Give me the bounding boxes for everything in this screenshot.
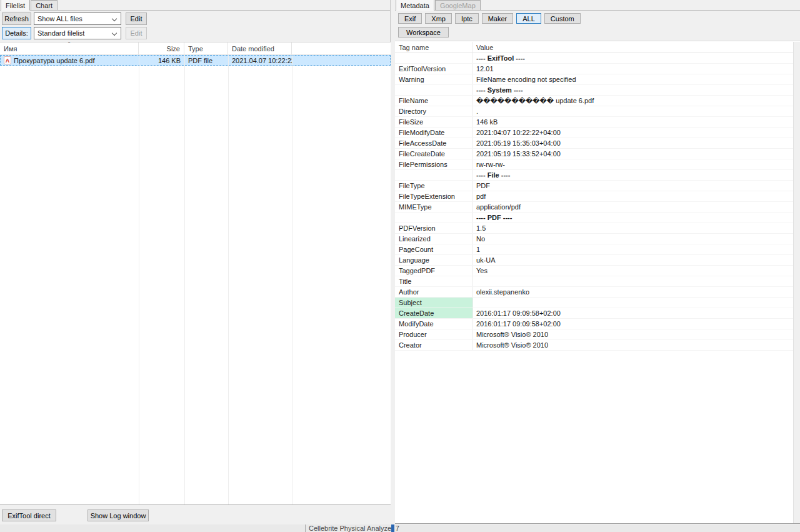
filelist-column-header[interactable]: Type xyxy=(184,43,228,54)
metadata-tag-cell: Directory xyxy=(395,106,473,116)
metadata-row[interactable]: WarningFileName encoding not specified xyxy=(395,74,793,85)
workspace-button[interactable]: Workspace xyxy=(398,27,449,38)
metadata-row[interactable]: FileModifyDate2021:04:07 10:22:22+04:00 xyxy=(395,128,793,138)
category-button-exif[interactable]: Exif xyxy=(398,13,422,24)
file-filter-dropdown-value: Show ALL files xyxy=(38,15,82,23)
metadata-table: Tag name Value ---- ExifTool ----ExifToo… xyxy=(395,42,793,523)
details-edit-button: Edit xyxy=(126,27,147,39)
metadata-row[interactable]: PDFVersion1.5 xyxy=(395,223,793,234)
tab-chart[interactable]: Chart xyxy=(31,0,58,10)
metadata-tag-cell: Creator xyxy=(395,340,473,350)
metadata-value-cell: uk-UA xyxy=(473,256,793,264)
metadata-row[interactable]: FilePermissionsrw-rw-rw- xyxy=(395,159,793,170)
metadata-tag-cell: MIMEType xyxy=(395,202,473,212)
metadata-tag-cell: Title xyxy=(395,276,473,286)
details-button[interactable]: Details: xyxy=(2,27,31,39)
metadata-row[interactable]: ---- File ---- xyxy=(395,170,793,181)
show-log-window-button[interactable]: Show Log window xyxy=(88,509,149,521)
metadata-row[interactable]: Authorolexii.stepanenko xyxy=(395,287,793,298)
filelist-column-header[interactable]: Имя⌃ xyxy=(0,43,139,54)
metadata-row[interactable]: ---- PDF ---- xyxy=(395,213,793,223)
pdf-file-icon: A xyxy=(4,56,11,64)
details-dropdown[interactable]: Standard filelist xyxy=(34,27,121,39)
tab-filelist[interactable]: Filelist xyxy=(1,0,30,11)
metadata-row[interactable]: FileAccessDate2021:05:19 15:35:03+04:00 xyxy=(395,138,793,149)
metadata-tag-cell: Linearized xyxy=(395,234,473,244)
metadata-tag-cell xyxy=(395,213,473,223)
chevron-down-icon xyxy=(112,31,117,36)
metadata-tag-cell xyxy=(395,85,473,95)
sort-ascending-icon: ⌃ xyxy=(67,41,71,47)
file-type-cell: PDF file xyxy=(184,55,228,66)
metadata-tag-cell: FileModifyDate xyxy=(395,128,473,138)
metadata-row[interactable]: Title xyxy=(395,276,793,287)
refresh-button[interactable]: Refresh xyxy=(2,13,31,25)
metadata-value-cell: Microsoft® Visio® 2010 xyxy=(473,331,793,338)
taskbar-divider xyxy=(305,524,306,532)
filter-edit-button[interactable]: Edit xyxy=(126,13,147,25)
metadata-row[interactable]: FileName����������� update 6.pdf xyxy=(395,96,793,106)
metadata-value-cell: Yes xyxy=(473,267,793,274)
metadata-row[interactable]: PageCount1 xyxy=(395,244,793,255)
metadata-tag-cell: FileName xyxy=(395,96,473,106)
metadata-column-value[interactable]: Value xyxy=(473,44,793,51)
filelist-column-headers: Имя⌃SizeTypeDate modified xyxy=(0,43,391,55)
category-button-custom[interactable]: Custom xyxy=(544,13,581,24)
metadata-row[interactable]: ProducerMicrosoft® Visio® 2010 xyxy=(395,329,793,340)
metadata-row[interactable]: CreateDate2016:01:17 09:09:58+02:00 xyxy=(395,308,793,319)
metadata-value-cell: 1.5 xyxy=(473,224,793,232)
metadata-tag-cell: CreateDate xyxy=(395,308,473,318)
metadata-tag-cell: Language xyxy=(395,255,473,265)
filelist-rows: AПрокуратура update 6.pdf146 KBPDF file2… xyxy=(0,55,391,66)
metadata-row[interactable]: Directory. xyxy=(395,106,793,117)
metadata-value-cell: 12.01 xyxy=(473,65,793,73)
metadata-row[interactable]: LinearizedNo xyxy=(395,234,793,244)
metadata-row[interactable]: Languageuk-UA xyxy=(395,255,793,266)
category-button-xmp[interactable]: Xmp xyxy=(425,13,452,24)
column-divider xyxy=(228,55,229,504)
metadata-scrollbar[interactable] xyxy=(793,42,800,523)
metadata-tag-cell: PageCount xyxy=(395,244,473,254)
tab-metadata[interactable]: Metadata xyxy=(396,0,434,11)
filelist-column-header[interactable]: Size xyxy=(139,43,184,54)
metadata-row[interactable]: FileTypeExtensionpdf xyxy=(395,191,793,202)
metadata-row[interactable]: FileSize146 kB xyxy=(395,117,793,128)
metadata-panel: MetadataGoogleMap ExifXmpIptcMakerALLCus… xyxy=(395,0,800,524)
background-window-title[interactable]: Cellebrite Physical Analyzer 7 xyxy=(309,524,399,532)
table-row[interactable]: AПрокуратура update 6.pdf146 KBPDF file2… xyxy=(0,55,391,66)
metadata-value-cell: 1 xyxy=(473,246,793,253)
file-name: Прокуратура update 6.pdf xyxy=(14,57,94,64)
column-divider xyxy=(292,55,292,504)
category-button-all[interactable]: ALL xyxy=(516,13,541,24)
metadata-value-cell: 2021:04:07 10:22:22+04:00 xyxy=(473,129,793,136)
file-name-cell: AПрокуратура update 6.pdf xyxy=(0,55,139,66)
metadata-value-cell: application/pdf xyxy=(473,203,793,211)
category-button-iptc[interactable]: Iptc xyxy=(455,13,479,24)
metadata-column-tagname[interactable]: Tag name xyxy=(395,42,473,53)
metadata-value-cell: FileName encoding not specified xyxy=(473,76,793,83)
metadata-row[interactable]: ---- ExifTool ---- xyxy=(395,53,793,64)
metadata-tag-cell: Producer xyxy=(395,329,473,339)
metadata-row[interactable]: ---- System ---- xyxy=(395,85,793,96)
metadata-row[interactable]: FileCreateDate2021:05:19 15:33:52+04:00 xyxy=(395,149,793,159)
metadata-row[interactable]: CreatorMicrosoft® Visio® 2010 xyxy=(395,340,793,351)
metadata-row[interactable]: ExifToolVersion12.01 xyxy=(395,64,793,74)
metadata-value-cell: olexii.stepanenko xyxy=(473,288,793,296)
metadata-row[interactable]: ModifyDate2016:01:17 09:09:58+02:00 xyxy=(395,319,793,329)
metadata-tabbar: MetadataGoogleMap xyxy=(395,0,800,11)
metadata-row[interactable]: TaggedPDFYes xyxy=(395,266,793,276)
metadata-row[interactable]: FileTypePDF xyxy=(395,181,793,191)
filelist-column-header[interactable]: Date modified xyxy=(228,43,292,54)
metadata-tag-cell: FileCreateDate xyxy=(395,149,473,159)
category-button-maker[interactable]: Maker xyxy=(482,13,514,24)
column-divider xyxy=(139,55,139,504)
metadata-row[interactable]: Subject xyxy=(395,298,793,308)
file-filter-dropdown[interactable]: Show ALL files xyxy=(34,13,121,25)
metadata-tag-cell: Subject xyxy=(395,298,473,308)
filelist-view: Имя⌃SizeTypeDate modified AПрокуратура u… xyxy=(0,42,391,504)
exiftool-direct-button[interactable]: ExifTool direct xyxy=(2,509,56,521)
metadata-tag-cell: FileType xyxy=(395,181,473,191)
metadata-row[interactable]: MIMETypeapplication/pdf xyxy=(395,202,793,213)
metadata-value-cell: 146 kB xyxy=(473,118,793,126)
metadata-value-cell: Microsoft® Visio® 2010 xyxy=(473,341,793,349)
